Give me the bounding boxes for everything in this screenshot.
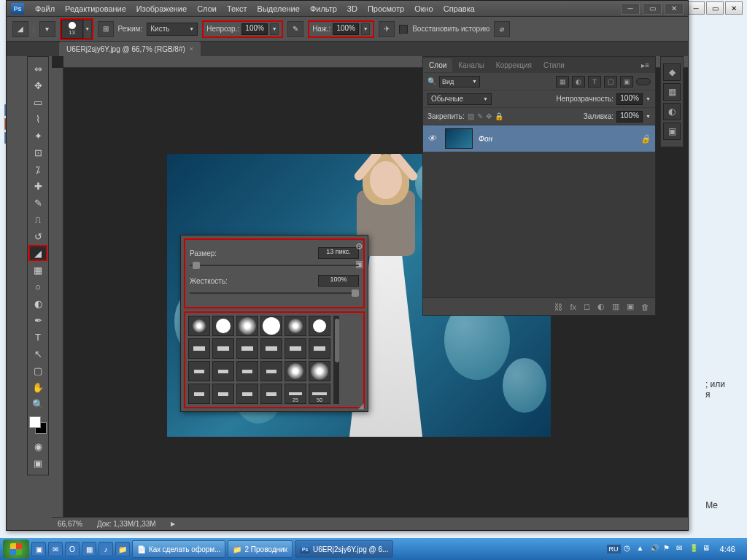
menu-3d[interactable]: 3D	[342, 3, 363, 15]
delete-layer-icon[interactable]: 🗑	[641, 303, 649, 311]
color-swatches[interactable]	[29, 416, 47, 434]
quick-mask-toggle[interactable]: ◉	[28, 438, 47, 454]
brush-preset-item[interactable]	[236, 338, 258, 359]
pressure-size-icon[interactable]: ⌀	[494, 21, 510, 37]
minimize-button[interactable]: ─	[621, 3, 640, 15]
move-tool[interactable]: ✥	[28, 77, 47, 93]
eraser-tool-icon[interactable]: ◢	[12, 21, 28, 37]
brush-preset-item[interactable]	[309, 316, 330, 336]
healing-brush-tool[interactable]: ✚	[28, 178, 47, 194]
mode-combo[interactable]: Кисть▼	[147, 23, 198, 36]
menu-file[interactable]: Файл	[30, 3, 60, 15]
lock-all-icon[interactable]: 🔒	[495, 112, 503, 120]
dodge-tool[interactable]: ◐	[28, 295, 47, 311]
menu-filter[interactable]: Фильтр	[305, 3, 342, 15]
taskbar-item[interactable]: 📄 Как сделать оформ...	[132, 540, 225, 558]
tray-icon[interactable]: ✉	[676, 544, 686, 554]
bg-maximize[interactable]: ▭	[706, 1, 724, 15]
gradient-tool[interactable]: ▦	[28, 262, 47, 278]
brush-preset-item[interactable]	[285, 338, 306, 359]
tray-icon[interactable]: ⚑	[663, 544, 673, 554]
clock[interactable]: 4:46	[716, 545, 740, 553]
screen-mode-toggle[interactable]: ▣	[28, 455, 47, 471]
brush-preset-item[interactable]	[188, 384, 210, 404]
new-group-icon[interactable]: ▥	[612, 302, 619, 311]
filter-pixel-icon[interactable]: ▦	[556, 76, 569, 88]
brush-preset-item[interactable]	[260, 361, 282, 381]
path-selection-tool[interactable]: ↖	[28, 346, 47, 362]
zoom-level[interactable]: 66,67%	[58, 520, 82, 528]
menu-text[interactable]: Текст	[222, 3, 252, 15]
flow-input[interactable]: 100%	[333, 23, 359, 35]
link-layers-icon[interactable]: ⛓	[554, 303, 562, 311]
erase-history-checkbox[interactable]	[399, 25, 408, 34]
brush-preset-item[interactable]	[212, 316, 234, 336]
resize-grip-icon[interactable]: ◢	[358, 402, 365, 409]
eraser-tool[interactable]: ◢	[28, 245, 47, 261]
hardness-input[interactable]: 100%	[318, 275, 359, 287]
lasso-tool[interactable]: ⌇	[28, 111, 47, 127]
airbrush-icon[interactable]: ✈	[379, 21, 395, 37]
layer-opacity-input[interactable]: 100%	[616, 93, 643, 105]
layer-thumbnail[interactable]	[445, 128, 473, 149]
magic-wand-tool[interactable]: ✦	[28, 128, 47, 144]
menu-view[interactable]: Просмотр	[363, 3, 409, 15]
quicklaunch-icon[interactable]: ▦	[82, 542, 96, 556]
type-tool[interactable]: T	[28, 329, 47, 345]
color-panel-icon[interactable]: ◆	[663, 63, 681, 81]
blur-tool[interactable]: ○	[28, 279, 47, 295]
crop-tool[interactable]: ⊡	[28, 144, 47, 160]
bg-close[interactable]: ✕	[725, 1, 743, 15]
lock-transparency-icon[interactable]: ▨	[468, 112, 474, 120]
tab-adjustments[interactable]: Коррекция	[490, 58, 538, 72]
layer-row[interactable]: 👁 Фон 🔒	[423, 125, 655, 152]
quicklaunch-icon[interactable]: 📁	[115, 542, 130, 556]
size-input[interactable]: 13 пикс.	[318, 247, 359, 259]
quicklaunch-icon[interactable]: ♪	[98, 542, 113, 556]
menu-layers[interactable]: Слои	[192, 3, 222, 15]
pen-tool[interactable]: ✒	[28, 312, 47, 328]
start-button[interactable]	[3, 540, 29, 559]
document-tab[interactable]: U6ERj2sjy6Y.jpg @ 66,7% (RGB/8#) ×	[59, 42, 201, 56]
tab-layers[interactable]: Слои	[423, 58, 452, 72]
tray-icon[interactable]: 🔊	[650, 544, 660, 554]
brush-preset-item[interactable]	[212, 338, 234, 359]
blend-mode-combo[interactable]: Обычные▼	[427, 93, 492, 105]
brush-settings-icon[interactable]: ⚙	[355, 241, 363, 252]
filter-adjust-icon[interactable]: ◐	[572, 76, 585, 88]
tray-icon[interactable]: 🔋	[689, 544, 700, 554]
filter-smart-icon[interactable]: ▣	[620, 76, 633, 88]
brush-preset-thumb[interactable]: 13	[61, 20, 83, 39]
adjustment-layer-icon[interactable]: ◐	[597, 302, 605, 311]
brush-preset-item[interactable]	[285, 316, 306, 336]
pressure-opacity-icon[interactable]: ✎	[287, 21, 303, 37]
brush-preset-item[interactable]	[188, 361, 210, 381]
brush-tool[interactable]: ✎	[28, 195, 47, 211]
hardness-slider[interactable]	[190, 289, 359, 297]
brush-preset-item[interactable]	[188, 316, 210, 336]
brush-preset-item[interactable]	[212, 384, 234, 404]
swatches-panel-icon[interactable]: ▦	[663, 83, 681, 101]
menu-window[interactable]: Окно	[409, 3, 438, 15]
quicklaunch-icon[interactable]: ▣	[31, 542, 46, 556]
history-brush-tool[interactable]: ↺	[28, 228, 47, 244]
tray-icon[interactable]: 🖥	[703, 544, 713, 554]
filter-toggle[interactable]	[636, 78, 651, 85]
maximize-button[interactable]: ▭	[643, 3, 662, 15]
taskbar-item[interactable]: 📁 2 Проводник	[228, 540, 293, 558]
tab-channels[interactable]: Каналы	[452, 58, 490, 72]
brush-preset-item[interactable]	[285, 361, 306, 381]
opacity-dropdown[interactable]: ▼	[270, 23, 279, 35]
zoom-tool[interactable]: 🔍	[28, 396, 47, 412]
brush-preset-item[interactable]	[260, 384, 282, 404]
brush-panel-toggle[interactable]: ⊞	[98, 21, 114, 37]
bg-minimize[interactable]: ─	[687, 1, 705, 15]
layer-fx-icon[interactable]: fx	[570, 303, 576, 311]
opacity-input[interactable]: 100%	[241, 23, 268, 35]
brush-preset-item[interactable]	[260, 338, 282, 359]
brush-preset-item[interactable]	[236, 361, 258, 381]
taskbar-item[interactable]: Ps U6ERj2sjy6Y.jpg @ 6...	[295, 540, 393, 558]
new-layer-icon[interactable]: ▣	[627, 302, 634, 311]
brush-preset-item[interactable]: 50	[309, 384, 330, 404]
hand-tool[interactable]: ✋	[28, 379, 47, 395]
